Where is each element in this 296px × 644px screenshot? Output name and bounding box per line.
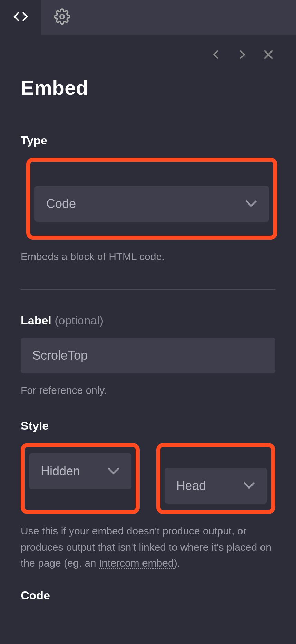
page-title: Embed xyxy=(21,76,275,99)
type-section: Type Code Embeds a block of HTML code. xyxy=(21,134,275,265)
next-button[interactable] xyxy=(236,49,248,62)
embed-panel: Embed Type Code Embeds a block of HTML c… xyxy=(0,38,296,602)
panel-nav xyxy=(21,38,275,73)
close-button[interactable] xyxy=(262,48,275,63)
intercom-embed-link[interactable]: Intercom embed xyxy=(99,557,174,569)
type-select[interactable]: Code xyxy=(34,186,269,222)
label-helper: For reference only. xyxy=(21,382,275,399)
label-input[interactable]: ScroleTop xyxy=(21,338,275,373)
style-helper: Use this if your embed doesn't produce o… xyxy=(21,523,275,571)
svg-point-0 xyxy=(60,15,64,19)
type-label: Type xyxy=(21,134,275,147)
chevron-down-icon xyxy=(245,197,257,211)
gear-icon xyxy=(54,8,70,26)
highlight-position: Head xyxy=(156,443,275,514)
style-select-value: Hidden xyxy=(41,464,80,479)
label-optional: (optional) xyxy=(55,314,103,327)
style-select[interactable]: Hidden xyxy=(29,453,131,489)
highlight-type: Code xyxy=(26,158,277,240)
panel-tabbar xyxy=(0,0,296,35)
chevron-down-icon xyxy=(107,464,120,479)
chevron-down-icon xyxy=(243,479,255,493)
code-label: Code xyxy=(21,589,275,602)
style-label: Style xyxy=(21,419,275,433)
type-select-value: Code xyxy=(46,197,76,211)
position-select[interactable]: Head xyxy=(165,468,267,504)
label-text: Label xyxy=(21,314,51,327)
code-section: Code xyxy=(21,589,275,602)
position-select-value: Head xyxy=(176,479,206,493)
label-section: Label (optional) ScroleTop For reference… xyxy=(21,314,275,399)
highlight-style: Hidden xyxy=(21,443,140,514)
tab-code[interactable] xyxy=(0,0,41,35)
type-helper: Embeds a block of HTML code. xyxy=(21,249,275,265)
tab-settings[interactable] xyxy=(41,0,83,35)
divider xyxy=(21,289,275,290)
style-helper-post: ). xyxy=(174,557,180,569)
code-icon xyxy=(12,8,29,26)
prev-button[interactable] xyxy=(210,49,222,62)
label-field-label: Label (optional) xyxy=(21,314,275,327)
style-section: Style Hidden Head Use thi xyxy=(21,419,275,571)
label-input-value: ScroleTop xyxy=(32,348,88,363)
